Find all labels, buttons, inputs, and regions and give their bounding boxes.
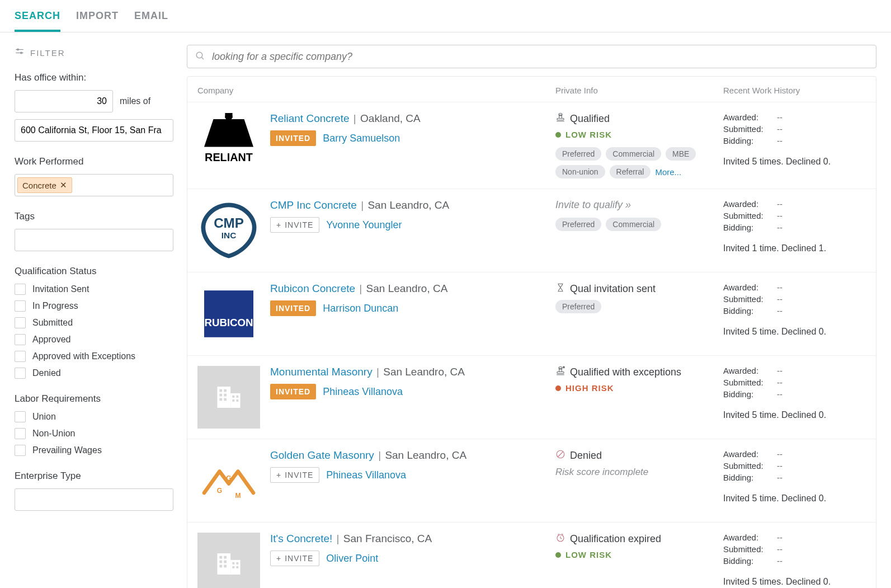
- risk-dot-icon: [555, 385, 561, 391]
- company-link[interactable]: CMP Inc Concrete: [270, 199, 357, 211]
- company-link[interactable]: Monumental Masonry: [270, 366, 373, 378]
- contact-link[interactable]: Yvonne Youngler: [326, 219, 402, 231]
- labor-checkbox-0[interactable]: [15, 411, 26, 422]
- company-row: Monumental Masonry | San Leandro, CAINVI…: [187, 356, 876, 439]
- has-office-label: Has office within:: [15, 72, 162, 83]
- labor-checkbox-1[interactable]: [15, 428, 26, 439]
- contact-link[interactable]: Barry Samuelson: [323, 133, 400, 144]
- company-link[interactable]: Reliant Concrete: [270, 112, 350, 124]
- submitted-label: Submitted:: [723, 461, 777, 471]
- company-logo: [197, 199, 260, 262]
- bidding-value: --: [777, 389, 866, 399]
- status-icon: [555, 449, 565, 462]
- company-row: Golden Gate Masonry | San Leandro, CA+IN…: [187, 439, 876, 523]
- company-row: Reliant Concrete | Oakland, CAINVITEDBar…: [187, 102, 876, 189]
- status-icon: *: [555, 366, 565, 379]
- company-location: San Leandro, CA: [366, 283, 448, 294]
- company-logo: [197, 283, 260, 345]
- svg-text:*: *: [563, 366, 565, 370]
- header-history: Recent Work History: [723, 86, 866, 95]
- company-row: CMP Inc Concrete | San Leandro, CA+INVIT…: [187, 189, 876, 272]
- tags-input[interactable]: [15, 229, 173, 251]
- enterprise-input[interactable]: [15, 488, 173, 511]
- enterprise-label: Enterprise Type: [15, 471, 162, 482]
- svg-point-4: [196, 52, 202, 58]
- awarded-value: --: [777, 533, 866, 542]
- bidding-label: Bidding:: [723, 136, 777, 145]
- invite-summary: Invited 5 times. Declined 0.: [723, 157, 866, 167]
- qual-label-5: Denied: [32, 368, 61, 378]
- more-tags-link[interactable]: More...: [655, 167, 681, 177]
- qual-checkbox-2[interactable]: [15, 317, 26, 328]
- awarded-value: --: [777, 366, 866, 375]
- submitted-label: Submitted:: [723, 294, 777, 304]
- qual-status-section: Qualification Status Invitation Sent In …: [15, 266, 162, 379]
- submitted-value: --: [777, 544, 866, 554]
- labor-label-2: Prevailing Wages: [32, 445, 102, 455]
- company-location: San Francisco, CA: [343, 533, 432, 544]
- tag-pills: PreferredCommercial: [555, 218, 701, 231]
- awarded-label: Awarded:: [723, 366, 777, 375]
- status-label: Qual invitation sent: [570, 283, 656, 295]
- tag-pills: PreferredCommercialMBENon-unionReferralM…: [555, 147, 701, 178]
- company-location: Oakland, CA: [360, 112, 421, 124]
- work-performed-input[interactable]: Concrete ✕: [15, 174, 173, 196]
- awarded-label: Awarded:: [723, 199, 777, 209]
- invite-button[interactable]: +INVITE: [270, 217, 319, 233]
- contact-link[interactable]: Phineas Villanova: [326, 469, 406, 481]
- tab-email[interactable]: EMAIL: [134, 10, 168, 32]
- status-label: Qualification expired: [570, 533, 661, 545]
- qual-checkbox-1[interactable]: [15, 300, 26, 312]
- company-location: San Leandro, CA: [385, 449, 466, 461]
- submitted-value: --: [777, 211, 866, 220]
- search-bar[interactable]: [187, 45, 876, 68]
- company-link[interactable]: Rubicon Concrete: [270, 283, 355, 294]
- address-input[interactable]: [15, 119, 173, 142]
- work-tag-text: Concrete: [22, 181, 56, 190]
- company-link[interactable]: It's Concrete!: [270, 533, 332, 544]
- tag-pill: Non-union: [555, 165, 605, 178]
- invite-button[interactable]: +INVITE: [270, 551, 319, 566]
- tag-pill: Commercial: [606, 147, 661, 161]
- contact-link[interactable]: Phineas Villanova: [323, 386, 403, 398]
- tag-pill: Preferred: [555, 300, 601, 313]
- submitted-value: --: [777, 378, 866, 387]
- risk-dot-icon: [555, 552, 561, 558]
- miles-input[interactable]: [15, 90, 113, 112]
- risk-incomplete: Risk score incomplete: [555, 467, 723, 478]
- company-link[interactable]: Golden Gate Masonry: [270, 449, 374, 461]
- contact-link[interactable]: Oliver Point: [326, 553, 378, 565]
- company-list: Company Private Info Recent Work History…: [187, 76, 876, 588]
- qual-label-1: In Progress: [32, 301, 78, 311]
- contact-link[interactable]: Harrison Duncan: [323, 303, 398, 314]
- submitted-label: Submitted:: [723, 124, 777, 134]
- submitted-label: Submitted:: [723, 544, 777, 554]
- labor-checkbox-2[interactable]: [15, 445, 26, 456]
- qual-checkbox-4[interactable]: [15, 351, 26, 362]
- labor-section: Labor Requirements Union Non-Union Preva…: [15, 393, 162, 456]
- invite-button[interactable]: +INVITE: [270, 467, 319, 483]
- invited-badge: INVITED: [270, 300, 316, 316]
- qual-checkbox-0[interactable]: [15, 284, 26, 295]
- search-icon: [195, 51, 205, 63]
- invite-to-qualify-link[interactable]: Invite to qualify »: [555, 199, 631, 211]
- status-label: Denied: [570, 450, 602, 462]
- invite-summary: Invited 5 time. Declined 0.: [723, 493, 866, 504]
- bidding-value: --: [777, 306, 866, 316]
- miles-of-label: miles of: [120, 96, 150, 106]
- tab-import[interactable]: IMPORT: [76, 10, 119, 32]
- search-input[interactable]: [212, 51, 868, 63]
- status-icon: [555, 283, 565, 295]
- bidding-value: --: [777, 473, 866, 482]
- qual-label-0: Invitation Sent: [32, 284, 89, 294]
- qual-checkbox-5[interactable]: [15, 368, 26, 379]
- qual-checkbox-3[interactable]: [15, 334, 26, 345]
- bidding-label: Bidding:: [723, 389, 777, 399]
- risk-dot-icon: [555, 132, 561, 138]
- awarded-value: --: [777, 283, 866, 292]
- tab-search[interactable]: SEARCH: [15, 10, 60, 32]
- tags-label: Tags: [15, 211, 162, 222]
- plus-icon: +: [276, 220, 281, 229]
- remove-tag-icon[interactable]: ✕: [60, 180, 67, 190]
- tag-pill: Commercial: [606, 218, 661, 231]
